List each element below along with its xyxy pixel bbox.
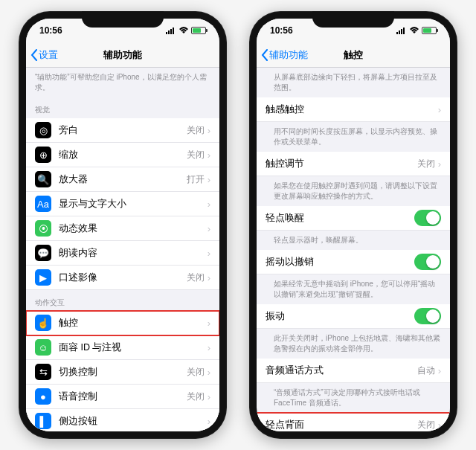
- content-left[interactable]: “辅助功能”可帮助您自定 iPhone，以满足您的个人需求。 视觉 ◎ 旁白 关…: [26, 68, 219, 431]
- row-label: 口述影像: [59, 271, 187, 284]
- row-value: 关闭: [417, 158, 435, 170]
- zoom-icon: ⊕: [35, 147, 51, 163]
- chevron-right-icon: ›: [208, 223, 210, 234]
- row-audiodesc[interactable]: ▶ 口述影像 关闭 ›: [26, 266, 219, 290]
- touch-icon: ☝: [35, 315, 51, 331]
- toggle-shake[interactable]: [414, 254, 441, 270]
- chevron-right-icon: ›: [208, 248, 210, 259]
- row-label: 触感触控: [266, 103, 438, 116]
- row-zoom[interactable]: ⊕ 缩放 关闭 ›: [26, 143, 219, 167]
- row-display[interactable]: Aa 显示与文字大小 ›: [26, 192, 219, 216]
- row-value: 关闭: [187, 124, 205, 137]
- chevron-right-icon: ›: [438, 104, 441, 115]
- chevron-left-icon: [261, 49, 268, 61]
- signal-icon: [396, 27, 407, 34]
- row-magnifier[interactable]: 🔍 放大器 打开 ›: [26, 167, 219, 192]
- row-accommodations[interactable]: 触控调节 关闭 ›: [257, 152, 450, 176]
- row-label: 轻点唤醒: [266, 212, 414, 225]
- row-haptic[interactable]: 触感触控 ›: [257, 97, 450, 122]
- row-callaudio[interactable]: 音频通话方式 自动 ›: [257, 359, 450, 383]
- wifi-icon: [178, 27, 189, 34]
- row-touch[interactable]: ☝ 触控 ›: [26, 311, 219, 335]
- row-label: 侧边按钮: [59, 415, 208, 428]
- row-label: 切换控制: [59, 366, 187, 379]
- row-shake[interactable]: 摇动以撤销: [257, 250, 450, 274]
- back-label: 设置: [39, 48, 58, 62]
- row-label: 动态效果: [59, 222, 208, 235]
- motion-icon: ⦿: [35, 220, 51, 237]
- row-value: 关闭: [187, 149, 205, 161]
- screen-left: 10:56 设置 辅助功能 “辅助功能”可帮助您自定 iPhone，以满足您的个…: [26, 19, 219, 431]
- toggle-vibrate[interactable]: [414, 308, 441, 324]
- content-right[interactable]: 从屏幕底部边缘向下轻扫，将屏幕上方项目拉至及范围。 触感触控 › 用不同的时间长…: [257, 68, 450, 431]
- shake-desc: 如果经常无意中摇动到 iPhone，您可以停用“摇动以撤销”来避免出现“撤销”提…: [265, 274, 450, 304]
- row-faceid[interactable]: ☺ 面容 ID 与注视 ›: [26, 335, 219, 360]
- row-label: 放大器: [59, 173, 187, 186]
- sidebutton-icon: ▌: [35, 413, 51, 429]
- row-value: 关闭: [417, 419, 435, 431]
- wifi-icon: [409, 27, 419, 34]
- chevron-right-icon: ›: [208, 342, 210, 353]
- row-voiceover[interactable]: ◎ 旁白 关闭 ›: [26, 118, 219, 143]
- chevron-right-icon: ›: [208, 416, 210, 427]
- row-taptowake[interactable]: 轻点唤醒: [257, 206, 450, 231]
- nav-bar: 辅助功能 触控: [257, 42, 450, 68]
- row-backtap[interactable]: 轻点背面 关闭 ›: [257, 413, 450, 431]
- phone-left: 10:56 设置 辅助功能 “辅助功能”可帮助您自定 iPhone，以满足您的个…: [19, 11, 227, 439]
- status-time: 10:56: [270, 25, 293, 36]
- row-spoken[interactable]: 💬 朗读内容 ›: [26, 241, 219, 266]
- svg-rect-0: [166, 32, 167, 34]
- row-value: 关闭: [187, 366, 205, 379]
- row-label: 触控调节: [266, 158, 417, 170]
- chevron-right-icon: ›: [208, 318, 210, 329]
- audiodesc-icon: ▶: [35, 269, 51, 286]
- status-time: 10:56: [39, 25, 62, 36]
- row-value: 关闭: [187, 271, 205, 284]
- back-button[interactable]: 辅助功能: [261, 48, 308, 62]
- row-voice[interactable]: ● 语音控制 关闭 ›: [26, 385, 219, 409]
- row-label: 旁白: [59, 124, 187, 137]
- vibrate-desc: 此开关关闭时，iPhone 上包括地震、海啸和其他紧急警报在内的振动将全部停用。: [265, 329, 450, 359]
- haptic-desc: 用不同的时间长度按压屏幕，以显示内容预览、操作或关联菜单。: [265, 122, 450, 152]
- chevron-right-icon: ›: [208, 174, 210, 185]
- svg-rect-1: [168, 30, 170, 34]
- svg-rect-6: [401, 29, 402, 34]
- intro-text: “辅助功能”可帮助您自定 iPhone，以满足您的个人需求。: [26, 68, 219, 97]
- row-label: 朗读内容: [59, 247, 208, 260]
- page-title: 触控: [344, 48, 363, 62]
- row-label: 触控: [59, 317, 208, 330]
- chevron-right-icon: ›: [208, 367, 210, 378]
- row-value: 打开: [187, 173, 205, 186]
- top-desc: 从屏幕底部边缘向下轻扫，将屏幕上方项目拉至及范围。: [265, 68, 450, 97]
- phone-right: 10:56 辅助功能 触控 从屏幕底部边缘向下轻扫，将屏幕上方项目拉至及范围。 …: [249, 11, 457, 439]
- display-icon: Aa: [35, 196, 51, 212]
- row-label: 语音控制: [59, 390, 187, 403]
- back-button[interactable]: 设置: [30, 48, 58, 62]
- faceid-icon: ☺: [35, 339, 51, 356]
- svg-rect-4: [396, 32, 398, 34]
- callaudio-desc: “音频通话方式”可决定用哪种方式接听电话或 FaceTime 音频通话。: [265, 383, 450, 413]
- row-label: 轻点背面: [266, 419, 417, 431]
- chevron-right-icon: ›: [208, 150, 210, 161]
- row-label: 面容 ID 与注视: [59, 341, 208, 354]
- row-label: 振动: [266, 310, 414, 323]
- row-vibrate[interactable]: 振动: [257, 304, 450, 329]
- accom-desc: 如果您在使用触控屏时遇到问题，请调整以下设置更改屏幕响应触控操作的方式。: [265, 176, 450, 206]
- nav-bar: 设置 辅助功能: [26, 42, 219, 68]
- chevron-right-icon: ›: [208, 125, 210, 136]
- row-label: 缩放: [59, 149, 187, 161]
- signal-icon: [166, 27, 176, 34]
- chevron-right-icon: ›: [438, 158, 441, 170]
- row-switch[interactable]: ⇆ 切换控制 关闭 ›: [26, 360, 219, 385]
- row-motion[interactable]: ⦿ 动态效果 ›: [26, 216, 219, 241]
- taptowake-desc: 轻点显示器时，唤醒屏幕。: [265, 231, 450, 250]
- back-label: 辅助功能: [269, 48, 308, 62]
- magnifier-icon: 🔍: [35, 171, 51, 187]
- toggle-taptowake[interactable]: [414, 210, 441, 226]
- battery-icon: [422, 27, 437, 34]
- chevron-right-icon: ›: [438, 365, 441, 376]
- row-sidebtn[interactable]: ▌ 侧边按钮 ›: [26, 409, 219, 431]
- row-value: 关闭: [187, 390, 205, 403]
- voicecontrol-icon: ●: [35, 388, 51, 405]
- svg-rect-7: [403, 28, 405, 34]
